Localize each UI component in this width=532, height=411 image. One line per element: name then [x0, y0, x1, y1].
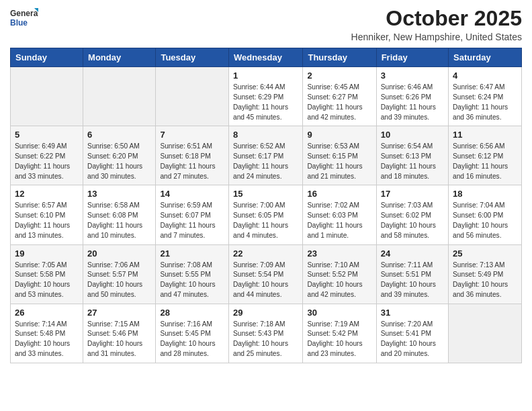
calendar-cell: 2Sunrise: 6:45 AM Sunset: 6:27 PM Daylig…: [303, 67, 376, 126]
calendar-cell: [449, 304, 522, 363]
day-number: 3: [381, 71, 444, 81]
calendar-cell: 14Sunrise: 6:59 AM Sunset: 6:07 PM Dayli…: [156, 185, 229, 244]
day-detail: Sunrise: 7:14 AM Sunset: 5:48 PM Dayligh…: [15, 320, 79, 359]
day-detail: Sunrise: 7:00 AM Sunset: 6:05 PM Dayligh…: [233, 201, 299, 240]
calendar-cell: 15Sunrise: 7:00 AM Sunset: 6:05 PM Dayli…: [228, 185, 303, 244]
day-detail: Sunrise: 6:52 AM Sunset: 6:17 PM Dayligh…: [233, 142, 299, 181]
calendar-cell: 19Sunrise: 7:05 AM Sunset: 5:58 PM Dayli…: [11, 244, 83, 304]
day-detail: Sunrise: 6:56 AM Sunset: 6:12 PM Dayligh…: [453, 142, 517, 181]
day-number: 19: [15, 248, 79, 259]
day-detail: Sunrise: 6:47 AM Sunset: 6:24 PM Dayligh…: [453, 83, 517, 122]
day-number: 18: [453, 189, 517, 199]
calendar-cell: 10Sunrise: 6:54 AM Sunset: 6:13 PM Dayli…: [376, 126, 448, 185]
day-detail: Sunrise: 7:02 AM Sunset: 6:03 PM Dayligh…: [307, 201, 371, 240]
day-number: 16: [307, 189, 371, 199]
day-detail: Sunrise: 7:19 AM Sunset: 5:42 PM Dayligh…: [307, 320, 371, 359]
day-number: 23: [307, 248, 371, 259]
calendar-cell: 22Sunrise: 7:09 AM Sunset: 5:54 PM Dayli…: [228, 244, 303, 304]
day-detail: Sunrise: 6:50 AM Sunset: 6:20 PM Dayligh…: [87, 142, 151, 181]
calendar-cell: 4Sunrise: 6:47 AM Sunset: 6:24 PM Daylig…: [449, 67, 522, 126]
day-detail: Sunrise: 7:10 AM Sunset: 5:52 PM Dayligh…: [307, 261, 371, 300]
day-number: 5: [15, 130, 79, 140]
day-number: 25: [453, 248, 517, 259]
calendar-cell: 21Sunrise: 7:08 AM Sunset: 5:55 PM Dayli…: [156, 244, 229, 304]
calendar-cell: 5Sunrise: 6:49 AM Sunset: 6:22 PM Daylig…: [11, 126, 83, 185]
day-detail: Sunrise: 6:54 AM Sunset: 6:13 PM Dayligh…: [381, 142, 444, 181]
day-detail: Sunrise: 7:03 AM Sunset: 6:02 PM Dayligh…: [381, 201, 444, 240]
day-number: 2: [307, 71, 371, 81]
calendar-cell: 6Sunrise: 6:50 AM Sunset: 6:20 PM Daylig…: [83, 126, 156, 185]
day-detail: Sunrise: 7:06 AM Sunset: 5:57 PM Dayligh…: [87, 261, 151, 300]
calendar-cell: 17Sunrise: 7:03 AM Sunset: 6:02 PM Dayli…: [376, 185, 448, 244]
day-number: 10: [381, 130, 444, 140]
day-number: 8: [233, 130, 299, 140]
calendar-cell: 11Sunrise: 6:56 AM Sunset: 6:12 PM Dayli…: [449, 126, 522, 185]
header-wednesday: Wednesday: [228, 48, 303, 67]
day-number: 22: [233, 248, 299, 259]
calendar-cell: [83, 67, 156, 126]
day-number: 28: [160, 308, 224, 318]
day-number: 4: [453, 71, 517, 81]
svg-text:Blue: Blue: [10, 18, 28, 28]
day-detail: Sunrise: 7:09 AM Sunset: 5:54 PM Dayligh…: [233, 261, 299, 300]
day-number: 24: [381, 248, 444, 259]
day-number: 6: [87, 130, 151, 140]
day-detail: Sunrise: 7:04 AM Sunset: 6:00 PM Dayligh…: [453, 201, 517, 240]
day-detail: Sunrise: 6:58 AM Sunset: 6:08 PM Dayligh…: [87, 201, 151, 240]
day-detail: Sunrise: 6:53 AM Sunset: 6:15 PM Dayligh…: [307, 142, 371, 181]
calendar-cell: 18Sunrise: 7:04 AM Sunset: 6:00 PM Dayli…: [449, 185, 522, 244]
header-saturday: Saturday: [449, 48, 522, 67]
day-number: 26: [15, 308, 79, 318]
header-friday: Friday: [376, 48, 448, 67]
day-detail: Sunrise: 6:49 AM Sunset: 6:22 PM Dayligh…: [15, 142, 79, 181]
calendar-cell: 25Sunrise: 7:13 AM Sunset: 5:49 PM Dayli…: [449, 244, 522, 304]
header-monday: Monday: [83, 48, 156, 67]
header-tuesday: Tuesday: [156, 48, 229, 67]
day-detail: Sunrise: 6:44 AM Sunset: 6:29 PM Dayligh…: [233, 83, 299, 122]
header: General Blue October 2025 Henniker, New …: [10, 7, 522, 42]
day-detail: Sunrise: 7:13 AM Sunset: 5:49 PM Dayligh…: [453, 261, 517, 300]
day-number: 14: [160, 189, 224, 199]
day-detail: Sunrise: 6:51 AM Sunset: 6:18 PM Dayligh…: [160, 142, 224, 181]
calendar-cell: 12Sunrise: 6:57 AM Sunset: 6:10 PM Dayli…: [11, 185, 83, 244]
calendar-cell: 20Sunrise: 7:06 AM Sunset: 5:57 PM Dayli…: [83, 244, 156, 304]
title-block: October 2025 Henniker, New Hampshire, Un…: [351, 7, 522, 42]
logo: General Blue: [10, 7, 38, 31]
day-number: 21: [160, 248, 224, 259]
day-number: 7: [160, 130, 224, 140]
day-detail: Sunrise: 7:05 AM Sunset: 5:58 PM Dayligh…: [15, 261, 79, 300]
weekday-header-row: Sunday Monday Tuesday Wednesday Thursday…: [11, 48, 522, 67]
calendar-cell: 27Sunrise: 7:15 AM Sunset: 5:46 PM Dayli…: [83, 304, 156, 363]
calendar-cell: 29Sunrise: 7:18 AM Sunset: 5:43 PM Dayli…: [228, 304, 303, 363]
calendar-cell: 1Sunrise: 6:44 AM Sunset: 6:29 PM Daylig…: [228, 67, 303, 126]
day-detail: Sunrise: 7:20 AM Sunset: 5:41 PM Dayligh…: [381, 320, 444, 359]
day-number: 11: [453, 130, 517, 140]
calendar-cell: 8Sunrise: 6:52 AM Sunset: 6:17 PM Daylig…: [228, 126, 303, 185]
day-number: 15: [233, 189, 299, 199]
header-sunday: Sunday: [11, 48, 83, 67]
week-row-0: 1Sunrise: 6:44 AM Sunset: 6:29 PM Daylig…: [11, 67, 522, 126]
week-row-1: 5Sunrise: 6:49 AM Sunset: 6:22 PM Daylig…: [11, 126, 522, 185]
day-detail: Sunrise: 7:18 AM Sunset: 5:43 PM Dayligh…: [233, 320, 299, 359]
calendar-cell: 31Sunrise: 7:20 AM Sunset: 5:41 PM Dayli…: [376, 304, 448, 363]
calendar-table: Sunday Monday Tuesday Wednesday Thursday…: [10, 48, 522, 363]
day-detail: Sunrise: 7:08 AM Sunset: 5:55 PM Dayligh…: [160, 261, 224, 300]
day-number: 12: [15, 189, 79, 199]
calendar-page: General Blue October 2025 Henniker, New …: [0, 0, 532, 370]
calendar-cell: 3Sunrise: 6:46 AM Sunset: 6:26 PM Daylig…: [376, 67, 448, 126]
calendar-cell: 26Sunrise: 7:14 AM Sunset: 5:48 PM Dayli…: [11, 304, 83, 363]
calendar-cell: 23Sunrise: 7:10 AM Sunset: 5:52 PM Dayli…: [303, 244, 376, 304]
day-number: 13: [87, 189, 151, 199]
day-number: 27: [87, 308, 151, 318]
day-number: 29: [233, 308, 299, 318]
day-detail: Sunrise: 7:16 AM Sunset: 5:45 PM Dayligh…: [160, 320, 224, 359]
day-number: 20: [87, 248, 151, 259]
week-row-2: 12Sunrise: 6:57 AM Sunset: 6:10 PM Dayli…: [11, 185, 522, 244]
day-detail: Sunrise: 6:45 AM Sunset: 6:27 PM Dayligh…: [307, 83, 371, 122]
day-detail: Sunrise: 7:11 AM Sunset: 5:51 PM Dayligh…: [381, 261, 444, 300]
day-detail: Sunrise: 6:57 AM Sunset: 6:10 PM Dayligh…: [15, 201, 79, 240]
calendar-cell: 28Sunrise: 7:16 AM Sunset: 5:45 PM Dayli…: [156, 304, 229, 363]
calendar-cell: 16Sunrise: 7:02 AM Sunset: 6:03 PM Dayli…: [303, 185, 376, 244]
day-number: 31: [381, 308, 444, 318]
logo-svg: General Blue: [10, 7, 38, 31]
